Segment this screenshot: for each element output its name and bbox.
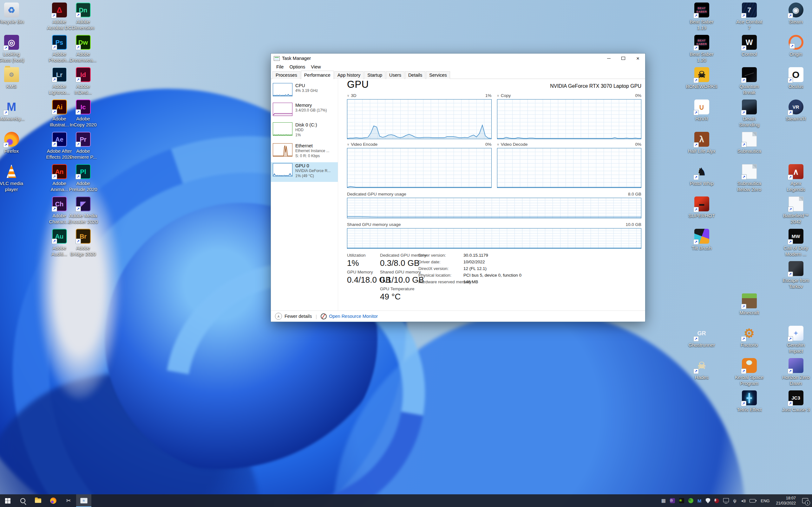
maximize-button[interactable] [616, 54, 630, 63]
minimize-button[interactable] [601, 54, 616, 63]
tab-details[interactable]: Details [405, 71, 425, 79]
chevron-down-icon[interactable]: ∨ [347, 143, 349, 146]
desktop-icon-malwarebytes[interactable]: M↗Malwareby... [0, 100, 35, 122]
title-bar[interactable]: Task Manager × [271, 54, 645, 63]
desktop-icon-adobe-indesign[interactable]: Id↗AdobeInDesi... [59, 67, 107, 96]
tab-app-history[interactable]: App history [334, 71, 364, 79]
desktop-icon-factorio[interactable]: ⚙↗Factorio [725, 326, 773, 348]
desktop-icon-control[interactable]: W↗Control [725, 35, 773, 57]
action-center-button[interactable]: 1 [801, 497, 809, 504]
language-indicator[interactable]: ENG [760, 498, 770, 503]
desktop-icon-steamvr[interactable]: VR↗SteamVR [772, 100, 812, 122]
tray-nvidia-settings-icon[interactable]: ◉ [679, 498, 684, 503]
tray-network-icon[interactable] [723, 499, 729, 502]
menu-item-file[interactable]: File [273, 64, 287, 70]
desktop-icon-label: Origin [772, 51, 812, 57]
desktop-icon-apex-legends[interactable]: ∧↗ApexLegends [772, 164, 812, 193]
gpu-detail-driver-date: Driver date:10/02/2022 [418, 260, 441, 264]
taskbar-clock[interactable]: 18:07 21/03/2022 [774, 496, 797, 506]
taskbar-file-explorer-button[interactable] [31, 494, 46, 507]
sidebar-item-cpu[interactable]: CPU4% 3.19 GHz [271, 82, 338, 102]
chevron-down-icon[interactable]: ∨ [347, 94, 349, 97]
taskbar-task-manager-button[interactable]: ≈ [76, 494, 91, 507]
desktop-icon-adobe-bridge[interactable]: Br↗AdobeBridge 2020 [59, 229, 107, 257]
desktop-icon-kerbal-space-program[interactable]: ↗Kerbal SpaceProgram [725, 358, 773, 387]
desktop-icon-tetris-effect[interactable]: ╋↗Tetris Effect [725, 390, 773, 413]
desktop-icon-half-life-alyx[interactable]: λ↗Half Life Alyx [678, 132, 725, 154]
tab-services[interactable]: Services [426, 71, 450, 79]
sidebar-item-sub: HDD [295, 128, 317, 133]
desktop-icon-escape-from-tarkov[interactable]: ↗Escape fromTarkov [772, 261, 812, 290]
tab-startup[interactable]: Startup [364, 71, 386, 79]
taskbar-search-button[interactable] [15, 494, 31, 507]
tray-hidden-icons-icon[interactable]: ▦ [661, 498, 666, 504]
tab-users[interactable]: Users [386, 71, 404, 79]
desktop-icon-superhot[interactable]: ▬↗SUPERHOT [678, 196, 725, 219]
desktop-icon-adobe-premiere-pro[interactable]: Pr↗AdobePremiere P... [59, 132, 107, 160]
looking-glass-icon: ◎↗ [4, 35, 19, 50]
menu-item-options[interactable]: Options [287, 64, 308, 70]
tray-windows-security-icon[interactable]: ⚠ [705, 498, 710, 504]
desktop-icon-kms[interactable]: ⚙KMS [0, 67, 35, 90]
taskbar-snipping-tool-button[interactable]: ✂ [61, 494, 76, 507]
desktop-icon-vlc-media-player[interactable]: ↗VLC mediaplayer [0, 164, 35, 193]
desktop-icon-subnautica[interactable]: ↗Subnautica [725, 132, 773, 154]
desktop-icon-tilt-brush[interactable]: ↗Tilt Brush [678, 229, 725, 251]
desktop-icon-adobe-dimension[interactable]: Dn↗AdobeDimension [59, 3, 107, 31]
desktop-icon-ghostrunner[interactable]: GR↗Ghostrunner [678, 326, 725, 348]
desktop-icon-beat-saber-119[interactable]: BEAT SABER↗Beat Saber1.19 [678, 3, 725, 31]
tray-power-icon[interactable] [750, 499, 756, 503]
desktop-icon-battlefield-2042[interactable]: ↗Battlefield™2042 [772, 196, 812, 225]
desktop-icon-pistol-whip[interactable]: ♞↗Pistol Whip [678, 164, 725, 187]
sidebar-item-text: CPU4% 3.19 GHz [295, 83, 318, 94]
desktop-icon-h3vr[interactable]: ∪↗H3VR [678, 100, 725, 122]
desktop-icon-recycle-bin[interactable]: ♻Recycle Bin [0, 3, 35, 25]
tab-processes[interactable]: Processes [272, 71, 300, 79]
desktop-icon-steam[interactable]: ◉↗Steam [772, 3, 812, 25]
desktop-icon-looking-glass[interactable]: ◎↗LookingGlass (host) [0, 35, 35, 63]
sidebar-item-ethernet[interactable]: EthernetEthernet Instance ...S: 0 R: 0 K… [271, 142, 338, 162]
gpu-section-shared-gpu-memory-usage: Shared GPU memory usage10.0 GB [347, 222, 641, 249]
desktop-icon-just-cause-3[interactable]: JC3↗Just Cause 3 [772, 390, 812, 413]
taskbar-start-button[interactable] [0, 494, 15, 507]
desktop-icon-death-stranding[interactable]: ↗DeathStranding [725, 100, 773, 128]
open-resource-monitor-link[interactable]: Open Resource Monitor [329, 314, 378, 319]
tray-looking-glass-icon[interactable]: ◎ [670, 498, 675, 503]
desktop-icon-quantum-break[interactable]: ↗QuantumBreak [725, 67, 773, 96]
desktop-icon-firefox[interactable]: ↗Firefox [0, 132, 35, 154]
chevron-down-icon[interactable]: ∨ [497, 94, 499, 97]
tray-razer-synapse-icon[interactable]: ≋ [688, 498, 693, 503]
tray-usb-eject-icon[interactable]: ψ [733, 498, 736, 503]
detail-value: 30.0.15.1179 [463, 253, 488, 258]
desktop-icon-genshin-impact[interactable]: ✦↗GenshinImpact [772, 326, 812, 354]
close-button[interactable]: × [630, 54, 645, 63]
taskbar-firefox-button[interactable] [46, 494, 61, 507]
chevron-down-icon[interactable]: ∨ [497, 143, 499, 146]
fewer-details-button[interactable]: ∧ Fewer details [275, 313, 312, 320]
menu-item-view[interactable]: View [308, 64, 323, 70]
desktop-icon-adobe-dreamweaver[interactable]: Dw↗AdobeDreamwea... [59, 35, 107, 63]
desktop-icon-beat-saber-120[interactable]: BEAT SABER↗Beat Saber1.20 [678, 35, 725, 63]
desktop-icon-adobe-prelude[interactable]: Pl↗AdobePrelude 2020 [59, 164, 107, 193]
desktop-icon-ace-combat-7[interactable]: 7↗Ace Combat7 [725, 3, 773, 31]
desktop-icon-subnautica-below-zero[interactable]: ↗SubnauticaBelow Zero [725, 164, 773, 193]
ethernet-sparkline-icon [273, 143, 293, 157]
apex-legends-icon: ∧↗ [789, 164, 803, 179]
tab-performance[interactable]: Performance [301, 71, 334, 79]
desktop-icon-call-of-duty-modern-warfare[interactable]: MW↗Call of DutyModern ... [772, 229, 812, 257]
sidebar-item-gpu-0[interactable]: GPU 0NVIDIA GeForce R...1% (49 °C) [271, 162, 338, 182]
tray-malwarebytes-icon[interactable]: M [698, 498, 702, 504]
gpu-heading: GPU [347, 79, 369, 90]
tray-icue-icon[interactable]: 8 [714, 498, 719, 503]
tray-volume-icon[interactable]: ◄))) [740, 499, 745, 503]
sidebar-item-disk-0[interactable]: Disk 0 (C:)HDD1% [271, 121, 338, 142]
desktop-icon-horizon-zero-dawn[interactable]: ↗Horizon ZeroDawn [772, 358, 812, 387]
desktop-icon-origin[interactable]: ↗Origin [772, 35, 812, 57]
desktop-icon-adobe-incopy[interactable]: Ic↗AdobeInCopy 2020 [59, 100, 107, 128]
desktop-icon-boneworks[interactable]: ☠↗BONEWORKS [678, 67, 725, 90]
desktop-icon-adobe-media-encoder[interactable]: ◤↗Adobe MediaEncoder 2020 [59, 196, 107, 225]
sidebar-item-memory[interactable]: Memory3.4/20.0 GB (17%) [271, 102, 338, 121]
desktop-icon-hades[interactable]: ☠↗Hades [678, 358, 725, 381]
desktop-icon-oculus[interactable]: O↗Oculus [772, 67, 812, 90]
desktop-icon-minecraft[interactable]: ↗Minecraft [725, 293, 773, 316]
